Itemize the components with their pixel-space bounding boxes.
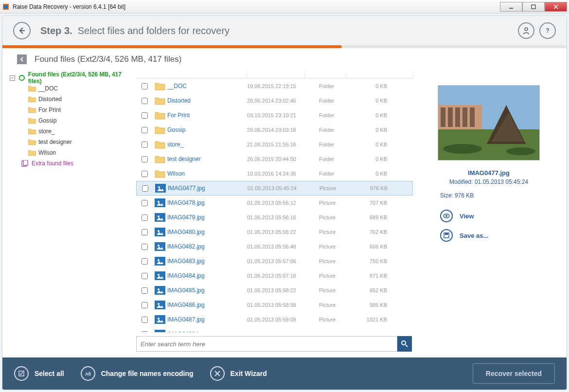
file-type: Picture [319,258,354,264]
file-name[interactable]: IMAG0488.jpg [167,331,247,332]
tree-item[interactable]: For Print [10,105,136,115]
collapse-icon[interactable]: − [10,75,15,81]
file-name[interactable]: IMAG0486.jpg [167,302,247,308]
folder-icon [155,140,165,149]
file-row[interactable]: For Print03.10.2015 23:10:21Folder0 KB [136,108,413,123]
file-row[interactable]: IMAG0478.jpg01.05.2013 05:56:12Picture70… [136,196,413,210]
tree-root[interactable]: − Found files (Ext2/3/4, 526 MB, 417 fil… [10,72,136,83]
file-size: 0 KB [354,98,390,104]
file-row[interactable]: Distorted28.06.2014 23:02:46Folder0 KB [136,93,413,108]
file-checkbox[interactable] [142,287,148,294]
file-size: 852 KB [354,287,390,293]
breadcrumb: Found files (Ext2/3/4, 526 MB, 417 files… [2,48,567,71]
file-row[interactable]: store_21.08.2015 21:55:16Folder0 KB [136,137,413,152]
close-button[interactable] [545,2,567,12]
file-type: Picture [319,331,354,332]
tree-item[interactable]: __DOC [10,83,136,94]
file-date: 01.05.2013 05:59:28 [247,331,319,332]
file-type: Folder [319,112,354,118]
file-row[interactable]: IMAG0484.jpg01.05.2013 05:57:16Picture87… [136,268,413,283]
file-row[interactable]: IMAG0488.jpg01.05.2013 05:59:28Picture82… [136,327,413,332]
saveas-button[interactable]: Save as... [426,229,552,242]
file-checkbox[interactable] [142,185,148,192]
maximize-button[interactable] [522,2,545,12]
file-name[interactable]: test designer [167,156,247,162]
file-name[interactable]: IMAG0483.jpg [167,258,247,265]
search-input[interactable] [136,336,397,352]
file-row[interactable]: IMAG0487.jpg01.05.2013 05:59:08Picture10… [136,312,413,327]
file-row[interactable]: IMAG0477.jpg01.05.2013 05:45:24Picture97… [136,181,413,196]
file-name[interactable]: IMAG0487.jpg [167,316,247,323]
file-row[interactable]: IMAG0479.jpg01.05.2013 05:56:16Picture68… [136,210,413,225]
file-name[interactable]: IMAG0484.jpg [167,272,247,279]
file-name[interactable]: Gossip [167,126,247,133]
file-name[interactable]: IMAG0478.jpg [167,199,247,206]
file-checkbox[interactable] [142,156,148,162]
exit-wizard-button[interactable]: Exit Wizard [210,366,267,381]
file-checkbox[interactable] [142,214,148,221]
file-name[interactable]: Wilson [167,170,247,177]
file-date: 01.05.2013 05:56:22 [247,229,319,235]
file-row[interactable]: IMAG0482.jpg01.05.2013 05:56:48Picture60… [136,239,413,254]
file-name[interactable]: For Print [167,112,247,119]
file-type: Folder [319,171,354,177]
file-size: 871 KB [354,273,390,279]
file-name[interactable]: Distorted [167,97,247,104]
tree-extra-files[interactable]: Extra found files [10,158,136,169]
view-button[interactable]: View [426,210,552,222]
file-checkbox[interactable] [142,302,148,308]
tree-item[interactable]: Distorted [10,94,136,105]
file-name[interactable]: IMAG0482.jpg [167,243,247,250]
file-name[interactable]: IMAG0479.jpg [167,214,247,221]
file-row[interactable]: IMAG0485.jpg01.05.2013 05:58:22Picture85… [136,283,413,298]
tree-item[interactable]: test designer [10,137,136,147]
tree-item[interactable]: Wilson [10,147,136,158]
file-checkbox[interactable] [142,331,148,333]
file-checkbox[interactable] [142,83,148,89]
svg-point-16 [158,245,160,247]
file-name[interactable]: IMAG0485.jpg [167,287,247,294]
x-icon [214,371,220,376]
file-row[interactable]: IMAG0483.jpg01.05.2013 05:57:06Picture75… [136,254,413,268]
file-name[interactable]: __DOC [167,83,247,89]
search-bar [136,336,413,352]
breadcrumb-back-icon[interactable] [17,54,27,64]
file-checkbox[interactable] [142,317,148,323]
folder-icon [155,125,165,134]
tree-item[interactable]: Gossip [10,115,136,126]
image-icon [155,228,165,236]
file-checkbox[interactable] [142,142,148,148]
file-checkbox[interactable] [142,244,148,250]
file-checkbox[interactable] [142,229,148,235]
file-checkbox[interactable] [142,112,148,119]
file-name[interactable]: store_ [167,141,247,148]
file-checkbox[interactable] [142,127,148,133]
help-button[interactable]: ? [539,22,556,39]
file-row[interactable]: Wilson10.03.2016 14:24:36Folder0 KB [136,166,413,181]
svg-rect-30 [455,107,460,127]
back-button[interactable] [13,22,31,39]
file-checkbox[interactable] [142,273,148,279]
file-list[interactable]: __DOC19.06.2015 22:19:15Folder0 KBDistor… [136,78,413,332]
file-checkbox[interactable] [142,98,148,104]
recover-selected-button[interactable]: Recover selected [473,363,555,384]
file-row[interactable]: Gossip28.06.2014 23:03:16Folder0 KB [136,123,413,137]
file-name[interactable]: IMAG0477.jpg [168,185,248,192]
file-checkbox[interactable] [142,171,148,177]
file-checkbox[interactable] [142,258,148,265]
minimize-button[interactable] [500,2,522,12]
select-all-button[interactable]: Select all [14,366,64,381]
file-row[interactable]: IMAG0480.jpg01.05.2013 05:56:22Picture76… [136,225,413,239]
preview-pane: IMAG0477.jpg Modified: 01.05.2013 05:45:… [416,71,567,357]
account-button[interactable] [518,22,534,39]
file-name[interactable]: IMAG0480.jpg [167,229,247,235]
file-size: 976 KB [355,185,391,191]
file-row[interactable]: __DOC19.06.2015 22:19:15Folder0 KB [136,79,413,93]
search-button[interactable] [397,336,412,352]
tree-item[interactable]: store_ [10,126,136,137]
file-checkbox[interactable] [142,200,148,206]
file-type: Folder [319,142,354,147]
file-row[interactable]: test designer26.06.2015 20:44:50Folder0 … [136,152,413,166]
file-row[interactable]: IMAG0486.jpg01.05.2013 05:58:58Picture98… [136,298,413,312]
encoding-button[interactable]: Aß Change file names encoding [81,366,194,381]
